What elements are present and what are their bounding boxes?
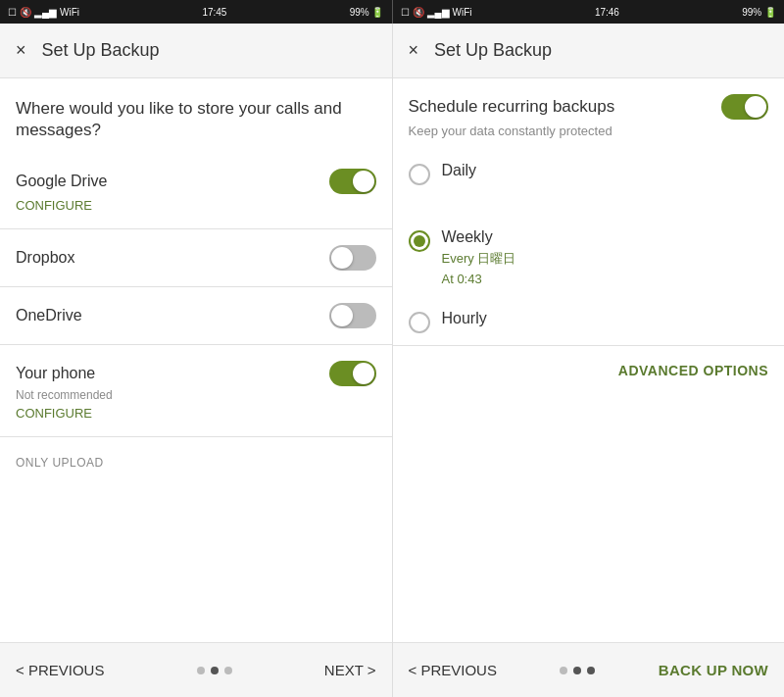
- daily-content: Daily: [442, 162, 769, 179]
- only-upload-label: ONLY UPLOAD: [16, 456, 104, 470]
- right-panel: × Set Up Backup Schedule recurring backu…: [393, 24, 785, 697]
- signal-bars-left: ▂▄▆: [34, 7, 57, 18]
- phone-subtitle: Not recommended: [16, 388, 376, 402]
- option-hourly: Hourly: [393, 298, 785, 345]
- wifi-icon-left: WiFi: [60, 7, 79, 18]
- battery-right: 99% 🔋: [742, 7, 776, 18]
- hourly-label: Hourly: [442, 310, 487, 326]
- right-status-icons: ☐ 🔇 ▂▄▆ WiFi: [401, 7, 472, 18]
- phone-configure[interactable]: CONFIGURE: [16, 406, 376, 421]
- left-panel: × Set Up Backup Where would you like to …: [0, 24, 393, 697]
- time-left: 17:45: [202, 7, 226, 18]
- radio-weekly[interactable]: [409, 230, 430, 252]
- schedule-subtitle: Keep your data constantly protected: [393, 124, 785, 150]
- onedrive-toggle[interactable]: [329, 303, 376, 328]
- weekly-detail-line1[interactable]: Every 日曜日: [442, 250, 769, 268]
- only-upload-section: ONLY UPLOAD: [0, 437, 392, 478]
- right-top-bar: × Set Up Backup: [393, 24, 785, 78]
- dropbox-row: Dropbox: [16, 245, 376, 271]
- spacer-1: [393, 197, 785, 217]
- right-dot-2: [573, 667, 581, 674]
- dot-2: [211, 667, 219, 674]
- status-bars: ☐ 🔇 ▂▄▆ WiFi 17:45 99% 🔋 ☐ 🔇 ▂▄▆ WiFi 17…: [0, 0, 784, 24]
- right-right-icons: 99% 🔋: [742, 7, 776, 18]
- schedule-title: Schedule recurring backups: [409, 97, 615, 117]
- dot-3: [224, 667, 232, 674]
- left-content: Where would you like to store your calls…: [0, 78, 392, 642]
- weekly-label: Weekly: [442, 228, 493, 245]
- right-previous-button[interactable]: < PREVIOUS: [409, 662, 497, 678]
- google-drive-configure[interactable]: CONFIGURE: [16, 198, 376, 213]
- left-close-button[interactable]: ×: [16, 40, 26, 61]
- dropbox-label: Dropbox: [16, 249, 74, 267]
- advanced-options-section: ADVANCED OPTIONS: [393, 345, 785, 395]
- status-bar-right: ☐ 🔇 ▂▄▆ WiFi 17:46 99% 🔋: [393, 0, 785, 24]
- google-drive-row: Google Drive: [16, 169, 376, 194]
- onedrive-label: OneDrive: [16, 307, 82, 324]
- right-close-button[interactable]: ×: [409, 40, 419, 61]
- weekly-content: Weekly Every 日曜日 At 0:43: [442, 228, 769, 286]
- mute-icon-r: 🔇: [413, 7, 424, 18]
- google-drive-toggle[interactable]: [329, 169, 376, 194]
- left-panel-title: Set Up Backup: [42, 40, 160, 61]
- phone-toggle[interactable]: [329, 361, 376, 386]
- weekly-detail-line2[interactable]: At 0:43: [442, 272, 769, 286]
- right-nav-dots: [560, 667, 595, 674]
- left-right-icons: 99% 🔋: [350, 7, 384, 18]
- radio-hourly[interactable]: [409, 312, 430, 333]
- wifi-icon-right: WiFi: [453, 7, 472, 18]
- right-bottom-nav: < PREVIOUS BACK UP NOW: [393, 642, 785, 697]
- left-top-bar: × Set Up Backup: [0, 24, 392, 78]
- google-drive-label: Google Drive: [16, 173, 107, 190]
- storage-question: Where would you like to store your calls…: [0, 78, 392, 153]
- option-weekly: Weekly Every 日曜日 At 0:43: [393, 217, 785, 298]
- hourly-content: Hourly: [442, 310, 769, 327]
- dropbox-toggle[interactable]: [329, 245, 376, 271]
- right-dot-1: [560, 667, 567, 674]
- right-content: Schedule recurring backups Keep your dat…: [393, 78, 785, 642]
- phone-icon-r: ☐: [401, 7, 410, 18]
- right-panel-title: Set Up Backup: [434, 40, 552, 61]
- onedrive-row: OneDrive: [16, 303, 376, 328]
- storage-item-phone: Your phone Not recommended CONFIGURE: [0, 345, 392, 437]
- back-up-now-button[interactable]: BACK UP NOW: [659, 662, 768, 678]
- signal-bars-right: ▂▄▆: [427, 7, 450, 18]
- radio-weekly-inner: [414, 235, 425, 247]
- right-dot-3: [587, 667, 595, 674]
- dot-1: [197, 667, 205, 674]
- daily-label: Daily: [442, 162, 477, 178]
- schedule-toggle[interactable]: [721, 94, 768, 120]
- option-daily: Daily: [393, 150, 785, 197]
- phone-row: Your phone: [16, 361, 376, 386]
- advanced-options-button[interactable]: ADVANCED OPTIONS: [618, 363, 768, 378]
- left-next-button[interactable]: NEXT >: [324, 662, 376, 678]
- battery-left: 99% 🔋: [350, 7, 384, 18]
- storage-item-onedrive: OneDrive: [0, 287, 392, 345]
- phone-label: Your phone: [16, 365, 95, 382]
- schedule-header: Schedule recurring backups: [393, 78, 785, 124]
- left-previous-button[interactable]: < PREVIOUS: [16, 662, 104, 678]
- storage-item-dropbox: Dropbox: [0, 229, 392, 287]
- radio-daily[interactable]: [409, 164, 430, 185]
- left-status-icons: ☐ 🔇 ▂▄▆ WiFi: [8, 7, 79, 18]
- status-bar-left: ☐ 🔇 ▂▄▆ WiFi 17:45 99% 🔋: [0, 0, 392, 24]
- left-bottom-nav: < PREVIOUS NEXT >: [0, 642, 392, 697]
- time-right: 17:46: [595, 7, 619, 18]
- phone-icon: ☐: [8, 7, 17, 18]
- mute-icon: 🔇: [20, 7, 31, 18]
- storage-item-google-drive: Google Drive CONFIGURE: [0, 153, 392, 229]
- left-nav-dots: [197, 667, 232, 674]
- panels: × Set Up Backup Where would you like to …: [0, 24, 784, 697]
